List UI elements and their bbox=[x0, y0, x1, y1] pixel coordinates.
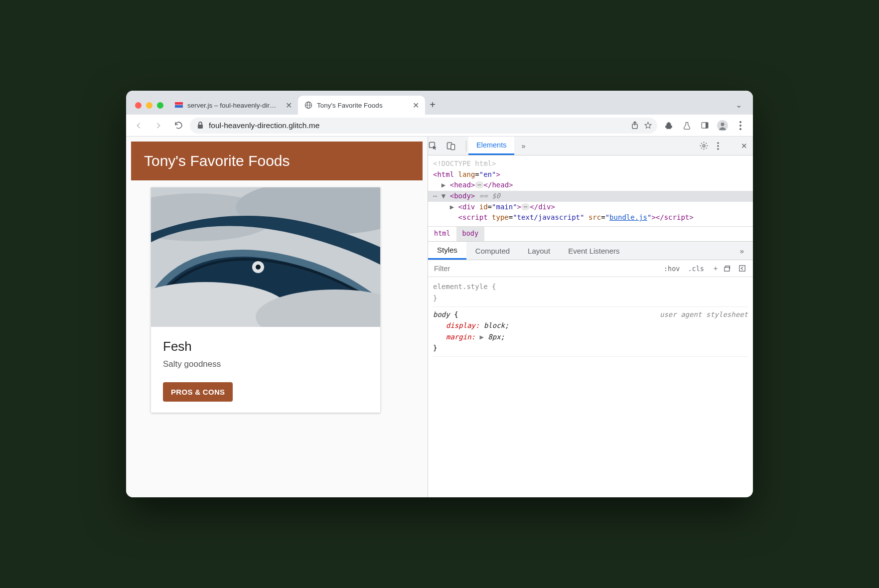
maximize-window-button[interactable] bbox=[157, 102, 163, 109]
svg-rect-23 bbox=[451, 144, 455, 149]
new-tab-button[interactable]: + bbox=[425, 99, 440, 115]
rule-body: user agent stylesheet body { display: bl… bbox=[433, 307, 748, 357]
svg-rect-28 bbox=[725, 268, 730, 272]
forward-button[interactable] bbox=[150, 117, 167, 134]
rule-source: user agent stylesheet bbox=[660, 309, 748, 320]
svg-rect-8 bbox=[705, 123, 708, 128]
style-rules[interactable]: element.style { } user agent stylesheet … bbox=[428, 277, 753, 363]
inspect-element-icon[interactable] bbox=[428, 141, 446, 151]
card-image bbox=[151, 187, 380, 327]
content-area: Tony's Favorite Foods bbox=[126, 137, 753, 497]
new-style-rule-icon[interactable]: ＋ bbox=[708, 264, 723, 273]
dom-breadcrumb: html body bbox=[428, 226, 753, 241]
subtab-event-listeners[interactable]: Event Listeners bbox=[559, 242, 628, 260]
tab-list-chevron-icon[interactable]: ⌄ bbox=[729, 100, 749, 115]
food-card: Fesh Salty goodness PROS & CONS bbox=[151, 187, 380, 413]
page-header: Tony's Favorite Foods bbox=[131, 142, 423, 180]
back-button[interactable] bbox=[130, 117, 147, 134]
svg-rect-29 bbox=[739, 266, 745, 271]
cls-toggle[interactable]: .cls bbox=[684, 265, 708, 273]
dom-tree[interactable]: <!DOCTYPE html> <html lang="en"> ▶ <head… bbox=[428, 155, 753, 226]
svg-rect-1 bbox=[175, 105, 183, 108]
subtab-styles[interactable]: Styles bbox=[428, 242, 466, 260]
share-icon[interactable] bbox=[631, 121, 639, 130]
svg-point-25 bbox=[717, 142, 719, 144]
dom-selected-body: ▼ <body> == $0 bbox=[428, 191, 753, 202]
address-bar[interactable]: foul-heavenly-direction.glitch.me bbox=[190, 118, 657, 134]
svg-point-27 bbox=[717, 148, 719, 150]
subtab-layout[interactable]: Layout bbox=[519, 242, 559, 260]
lock-icon bbox=[197, 122, 204, 129]
globe-favicon-icon bbox=[304, 101, 313, 110]
paint-flash-icon[interactable] bbox=[723, 264, 738, 273]
svg-rect-5 bbox=[198, 125, 203, 129]
minimize-window-button[interactable] bbox=[146, 102, 152, 109]
kebab-menu-icon[interactable] bbox=[732, 117, 749, 134]
rule-element-style: element.style { } bbox=[433, 279, 748, 307]
subtab-computed[interactable]: Computed bbox=[466, 242, 519, 260]
hov-toggle[interactable]: :hov bbox=[660, 265, 684, 273]
svg-point-11 bbox=[739, 121, 741, 123]
tab-title: server.js – foul-heavenly-direct bbox=[187, 102, 279, 109]
computed-sidebar-icon[interactable] bbox=[738, 264, 753, 273]
extensions-icon[interactable] bbox=[660, 117, 677, 134]
crumb-html[interactable]: html bbox=[428, 227, 456, 241]
styles-subtabs: Styles Computed Layout Event Listeners » bbox=[428, 241, 753, 260]
toolbar: foul-heavenly-direction.glitch.me bbox=[126, 115, 753, 137]
pros-cons-button[interactable]: PROS & CONS bbox=[163, 382, 233, 402]
tab-tonys-foods[interactable]: Tony's Favorite Foods ✕ bbox=[298, 96, 425, 115]
tab-title: Tony's Favorite Foods bbox=[317, 102, 406, 109]
more-tabs-icon[interactable]: » bbox=[514, 142, 532, 150]
card-title: Fesh bbox=[163, 339, 368, 354]
window-controls bbox=[132, 102, 168, 115]
profile-avatar-icon[interactable] bbox=[714, 117, 731, 134]
styles-filter-bar: :hov .cls ＋ bbox=[428, 260, 753, 277]
svg-point-10 bbox=[721, 123, 725, 126]
bookmark-star-icon[interactable] bbox=[644, 121, 652, 130]
card-subtitle: Salty goodness bbox=[163, 359, 368, 369]
svg-point-12 bbox=[739, 125, 741, 127]
devtools-close-icon[interactable]: ✕ bbox=[735, 142, 753, 150]
tab-strip: server.js – foul-heavenly-direct ✕ Tony'… bbox=[126, 91, 753, 115]
settings-gear-icon[interactable] bbox=[699, 141, 717, 150]
devtools-panel: Elements » ✕ <!DOCTYPE html> <html lang=… bbox=[428, 137, 753, 497]
browser-window: server.js – foul-heavenly-direct ✕ Tony'… bbox=[126, 91, 753, 497]
reload-button[interactable] bbox=[170, 117, 187, 134]
bundle-js-link[interactable]: bundle.js bbox=[609, 213, 647, 221]
close-tab-icon[interactable]: ✕ bbox=[410, 101, 419, 110]
styles-filter-input[interactable] bbox=[428, 265, 660, 273]
crumb-body[interactable]: body bbox=[456, 227, 485, 241]
close-tab-icon[interactable]: ✕ bbox=[283, 101, 292, 110]
tab-server-js[interactable]: server.js – foul-heavenly-direct ✕ bbox=[168, 96, 298, 115]
side-panel-icon[interactable] bbox=[696, 117, 713, 134]
devtools-tab-elements[interactable]: Elements bbox=[468, 137, 514, 155]
glitch-favicon-icon bbox=[174, 101, 183, 110]
labs-icon[interactable] bbox=[678, 117, 695, 134]
more-subtabs-icon[interactable]: » bbox=[731, 242, 753, 260]
devtools-toolbar: Elements » ✕ bbox=[428, 137, 753, 155]
svg-rect-0 bbox=[175, 102, 183, 105]
svg-point-24 bbox=[703, 145, 705, 147]
device-toolbar-icon[interactable] bbox=[446, 141, 464, 151]
svg-point-13 bbox=[739, 128, 741, 130]
rendered-page: Tony's Favorite Foods bbox=[126, 137, 428, 497]
url-text: foul-heavenly-direction.glitch.me bbox=[209, 121, 626, 130]
dom-doctype: <!DOCTYPE html> bbox=[433, 159, 496, 167]
devtools-kebab-icon[interactable] bbox=[717, 142, 735, 150]
svg-point-26 bbox=[717, 145, 719, 147]
close-window-button[interactable] bbox=[135, 102, 142, 109]
svg-point-18 bbox=[256, 265, 261, 270]
